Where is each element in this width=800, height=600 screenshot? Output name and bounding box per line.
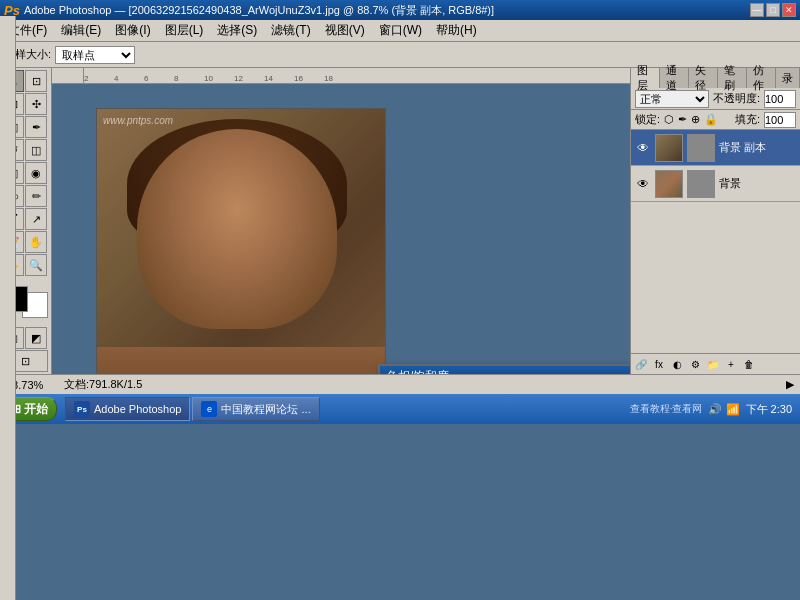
layer-thumb-bg — [655, 170, 683, 198]
pen-tool[interactable]: ✏ — [25, 185, 47, 207]
photo-canvas: www.pntps.com — [96, 108, 386, 374]
menu-item-i[interactable]: 图像(I) — [109, 20, 156, 41]
layer-row-copy[interactable]: 👁 背景 副本 — [631, 130, 800, 166]
lock-row: 锁定: ⬡ ✒ ⊕ 🔒 填充: — [631, 110, 800, 130]
layer-mask-copy — [687, 134, 715, 162]
zoom-tool[interactable]: 🔍 — [25, 254, 47, 276]
taskbar-photoshop[interactable]: Ps Adobe Photoshop — [65, 397, 190, 421]
layer-style-button[interactable]: fx — [651, 356, 667, 372]
opacity-label: 不透明度: — [713, 91, 760, 106]
menu-item-e[interactable]: 编辑(E) — [55, 20, 107, 41]
blend-mode-row: 正常 不透明度: — [631, 88, 800, 110]
sample-size-select[interactable]: 取样点 — [55, 46, 135, 64]
tab-brushes[interactable]: 笔刷 — [718, 68, 747, 88]
opacity-input[interactable] — [764, 90, 796, 108]
workspace: ↖ ⊡ ⊞ ✣ ▣ ✒ ↺ ◫ ▥ ◉ ⬭ ✏ T ↗ 📝 ✋ — [0, 68, 800, 374]
taskbar-right: 查看教程·查看网 🔊 📶 下午 2:30 — [630, 402, 798, 417]
quick-mask[interactable]: ◩ — [25, 327, 47, 349]
delete-layer-button[interactable]: 🗑 — [741, 356, 757, 372]
lock-label: 锁定: — [635, 112, 660, 127]
dialog-titlebar: 色相/饱和度 ✕ — [380, 366, 630, 374]
photo-watermark: www.pntps.com — [103, 115, 173, 126]
tab-paths[interactable]: 矢径 — [689, 68, 718, 88]
ruler-tick-8: 8 — [172, 74, 202, 83]
layer-eye-bg[interactable]: 👁 — [635, 176, 651, 192]
ruler-tick-2: 2 — [82, 74, 112, 83]
canvas-area: 24681012141618 www.pntps.com — [52, 68, 630, 374]
layer-thumb-copy — [655, 134, 683, 162]
new-group-button[interactable]: 📁 — [705, 356, 721, 372]
taskbar-ps-label: Adobe Photoshop — [94, 403, 181, 415]
ruler-tick-4: 4 — [112, 74, 142, 83]
taskbar-forum[interactable]: e 中国教程网论坛 ... — [192, 397, 319, 421]
layer-mask-button[interactable]: ◐ — [669, 356, 685, 372]
menu-item-t[interactable]: 滤镜(T) — [265, 20, 316, 41]
menu-item-h[interactable]: 帮助(H) — [430, 20, 483, 41]
ps-taskbar-icon: Ps — [74, 401, 90, 417]
menubar: 文件(F)编辑(E)图像(I)图层(L)选择(S)滤镜(T)视图(V)窗口(W)… — [0, 20, 800, 42]
clock: 下午 2:30 — [746, 402, 792, 417]
taskbar-watermark: 查看教程·查看网 — [630, 402, 703, 416]
minimize-button[interactable]: — — [750, 3, 764, 17]
start-label: 开始 — [24, 401, 48, 418]
lock-position-icon[interactable]: ⊕ — [691, 113, 700, 126]
eraser-tool[interactable]: ◫ — [25, 139, 47, 161]
blend-mode-select[interactable]: 正常 — [635, 90, 709, 108]
lock-image-icon[interactable]: ✒ — [678, 113, 687, 126]
restore-button[interactable]: □ — [766, 3, 780, 17]
layer-thumb-bg2 — [656, 171, 682, 197]
titlebar-left: Ps Adobe Photoshop — [200632921562490438… — [4, 3, 494, 18]
ruler-tick-12: 12 — [232, 74, 262, 83]
brush-tool[interactable]: ✒ — [25, 116, 47, 138]
tab-layers[interactable]: 图层 — [631, 68, 660, 88]
layer-row-bg[interactable]: 👁 背景 — [631, 166, 800, 202]
new-layer-button[interactable]: + — [723, 356, 739, 372]
link-layers-button[interactable]: 🔗 — [633, 356, 649, 372]
tab-history[interactable]: 录 — [776, 68, 800, 88]
fill-label: 填充: — [735, 112, 760, 127]
ie-taskbar-icon: e — [201, 401, 217, 417]
menu-item-s[interactable]: 选择(S) — [211, 20, 263, 41]
canvas-main: www.pntps.com 打开图片，复制背景层，因为留一个背景可以方便以 后的… — [52, 84, 630, 374]
dialog-title: 色相/饱和度 — [386, 368, 449, 375]
blur-tool[interactable]: ◉ — [25, 162, 47, 184]
healing-tool[interactable]: ✣ — [25, 93, 47, 115]
adjustment-layer-button[interactable]: ⚙ — [687, 356, 703, 372]
scroll-arrow[interactable]: ▶ — [786, 378, 794, 391]
layer-eye-copy[interactable]: 👁 — [635, 140, 651, 156]
fill-input[interactable] — [764, 112, 796, 128]
panel-tabs: 图层 通道 矢径 笔刷 仿作 录 — [631, 68, 800, 88]
system-tray: 🔊 📶 — [708, 403, 739, 416]
path-tool[interactable]: ↗ — [25, 208, 47, 230]
titlebar: Ps Adobe Photoshop — [200632921562490438… — [0, 0, 800, 20]
panel-bottom: 🔗 fx ◐ ⚙ 📁 + 🗑 — [631, 353, 800, 374]
menu-item-w[interactable]: 窗口(W) — [373, 20, 428, 41]
layer-thumb-bg-copy — [656, 135, 682, 161]
eyedropper-tool[interactable]: ✋ — [25, 231, 47, 253]
lasso-tool[interactable]: ⊡ — [25, 70, 47, 92]
ruler-tick-16: 16 — [292, 74, 322, 83]
ruler-tick-18: 18 — [322, 74, 352, 83]
statusbar: 98.73% 文档:791.8K/1.5 ▶ — [0, 374, 800, 394]
doc-info: 文档:791.8K/1.5 — [64, 377, 778, 392]
menu-item-l[interactable]: 图层(L) — [159, 20, 210, 41]
titlebar-controls: — □ ✕ — [750, 3, 796, 17]
lock-transparent-icon[interactable]: ⬡ — [664, 113, 674, 126]
close-button[interactable]: ✕ — [782, 3, 796, 17]
taskbar-forum-label: 中国教程网论坛 ... — [221, 402, 310, 417]
tab-actions[interactable]: 仿作 — [747, 68, 776, 88]
ruler-ticks: 24681012141618 — [52, 68, 630, 83]
layer-mask-bg — [687, 170, 715, 198]
layers-panel: 图层 通道 矢径 笔刷 仿作 录 正常 不透明度: 锁定: ⬡ ✒ ⊕ 🔒 填充… — [630, 68, 800, 374]
layer-name-bg: 背景 — [719, 176, 796, 191]
taskbar: ⊞ 开始 Ps Adobe Photoshop e 中国教程网论坛 ... 查看… — [0, 394, 800, 424]
lock-all-icon[interactable]: 🔒 — [704, 113, 718, 126]
menu-item-v[interactable]: 视图(V) — [319, 20, 371, 41]
photo-background: www.pntps.com — [97, 109, 385, 374]
layer-name-copy: 背景 副本 — [719, 140, 796, 155]
ruler-horizontal: 24681012141618 — [52, 68, 630, 84]
ruler-tick-6: 6 — [142, 74, 172, 83]
hue-saturation-dialog: 色相/饱和度 ✕ 编辑(E): 全图 — [378, 364, 630, 374]
ruler-tick-10: 10 — [202, 74, 232, 83]
tab-channels[interactable]: 通道 — [660, 68, 689, 88]
